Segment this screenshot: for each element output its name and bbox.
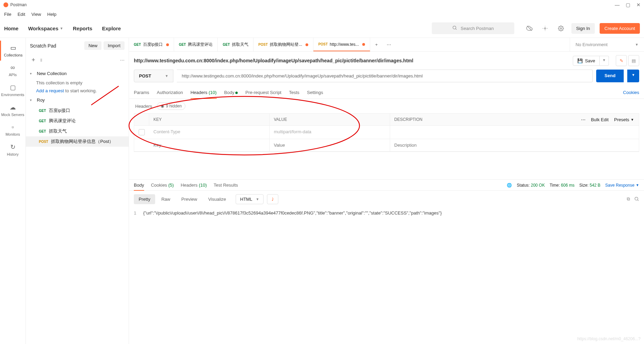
iconbar-history[interactable]: ↻History [0, 140, 25, 160]
comment-icon[interactable]: ▤ [628, 55, 639, 66]
response-body-text[interactable]: {"url":"\/public\/upload\/user\/8\/head_… [143, 210, 639, 216]
tab-tests[interactable]: Tests [289, 86, 299, 98]
resp-tab-tests[interactable]: Test Results [214, 183, 238, 188]
view-pretty[interactable]: Pretty [134, 194, 155, 204]
filter-input[interactable] [46, 56, 117, 64]
search-input[interactable]: Search Postman [432, 22, 514, 34]
tab-body[interactable]: Body [224, 86, 238, 98]
value-input[interactable] [270, 126, 390, 138]
chevron-down-icon: ▼ [636, 183, 639, 187]
tab[interactable]: POST抓取购物网站登... [254, 38, 313, 51]
nav-home[interactable]: Home [4, 25, 19, 31]
edit-icon[interactable]: ✎ [616, 55, 627, 66]
menu-view[interactable]: View [31, 12, 41, 17]
tab[interactable]: GET百度ip接口 [129, 38, 174, 51]
desc-input[interactable] [390, 126, 639, 138]
capture-icon[interactable] [540, 23, 551, 34]
tab[interactable]: POSThttp://www.tes... [313, 38, 370, 51]
menu-help[interactable]: Help [47, 12, 56, 17]
header-row-empty [134, 139, 639, 152]
nav-workspaces[interactable]: Workspaces ▼ [28, 25, 63, 31]
close-icon[interactable]: ✕ [636, 2, 641, 8]
cloud-sync-icon[interactable] [524, 23, 535, 34]
signin-button[interactable]: Sign In [571, 23, 595, 34]
tab[interactable]: GET腾讯课堂评论 [174, 38, 218, 51]
resp-tab-body[interactable]: Body [134, 183, 144, 188]
request-item[interactable]: GET百度ip接口 [26, 105, 129, 116]
request-item[interactable]: GET腾讯课堂评论 [26, 116, 129, 126]
cookies-link[interactable]: Cookies [623, 86, 639, 98]
send-button[interactable]: Send [596, 70, 624, 82]
svg-line-8 [637, 200, 638, 201]
header-row [134, 126, 639, 139]
url-input[interactable] [177, 70, 593, 82]
key-input[interactable] [149, 126, 269, 138]
environment-select[interactable]: No Environment▼ [570, 38, 644, 51]
resp-tab-headers[interactable]: Headers (10) [181, 183, 207, 188]
request-item[interactable]: POST抓取购物网站登录信息（Post） [26, 136, 129, 147]
iconbar-monitors[interactable]: ▫Monitors [0, 120, 25, 140]
view-raw[interactable]: Raw [157, 194, 175, 204]
desc-input[interactable] [390, 139, 639, 151]
hidden-headers-toggle[interactable]: ◉9 hidden [157, 102, 185, 110]
workspace-title: Scratch Pad [30, 43, 56, 49]
create-account-button[interactable]: Create Account [600, 23, 640, 34]
search-icon[interactable] [634, 196, 639, 202]
menu-file[interactable]: File [4, 12, 11, 17]
tab-params[interactable]: Params [134, 86, 149, 98]
row-checkbox[interactable] [139, 129, 145, 135]
tab-auth[interactable]: Authorization [157, 86, 183, 98]
save-response-dropdown[interactable]: Save Response ▼ [605, 183, 639, 188]
tab-prereq[interactable]: Pre-request Script [245, 86, 281, 98]
collection-empty-text: This collection is empty [26, 79, 129, 87]
nav-explore[interactable]: Explore [102, 25, 121, 31]
size-label: Size: 542 B [579, 183, 600, 188]
nav-reports[interactable]: Reports [73, 25, 93, 31]
server-icon: ☁ [10, 104, 16, 111]
collection-new[interactable]: ▾ New Collection [26, 68, 129, 79]
col-desc: DESCRIPTION [390, 114, 576, 125]
tab[interactable]: GET抓取天气 [218, 38, 254, 51]
filter-icon[interactable]: ⫴ [40, 58, 42, 63]
request-item[interactable]: GET抓取天气 [26, 126, 129, 136]
globe-icon[interactable]: 🌐 [507, 183, 512, 188]
resp-tab-cookies[interactable]: Cookies (5) [151, 183, 174, 188]
iconbar-environments[interactable]: ▢Environments [0, 80, 25, 100]
settings-icon[interactable] [556, 23, 567, 34]
iconbar-collections[interactable]: ▭Collections [0, 41, 25, 61]
presets-dropdown[interactable]: Presets ▼ [614, 117, 634, 122]
body-dot-icon [235, 92, 238, 94]
add-collection-button[interactable]: + [30, 57, 37, 64]
copy-icon[interactable]: ⧉ [627, 196, 630, 202]
iconbar-mock-servers[interactable]: ☁Mock Servers [0, 100, 25, 120]
format-select[interactable]: HTML▼ [236, 194, 264, 204]
send-dropdown[interactable]: ▼ [627, 70, 639, 82]
view-preview[interactable]: Preview [176, 194, 202, 204]
value-input[interactable] [270, 139, 390, 151]
api-icon: ∞ [11, 64, 15, 71]
wrap-lines-button[interactable]: ⤸ [267, 194, 278, 204]
save-dropdown[interactable]: ▼ [600, 56, 609, 66]
save-button[interactable]: 💾Save [573, 56, 600, 66]
add-request-link[interactable]: Add a request [36, 88, 64, 93]
collection-roy[interactable]: ▾ Roy [26, 95, 129, 105]
tab-headers[interactable]: Headers (10) [191, 86, 217, 98]
menu-edit[interactable]: Edit [18, 12, 25, 17]
bulk-edit-link[interactable]: Bulk Edit [591, 117, 609, 122]
maximize-icon[interactable]: ▢ [626, 2, 630, 8]
view-visualize[interactable]: Visualize [203, 194, 231, 204]
import-button[interactable]: Import [104, 41, 125, 50]
more-icon[interactable]: ⋯ [581, 117, 586, 122]
chevron-down-icon: ▼ [631, 118, 634, 122]
more-icon[interactable]: ⋯ [120, 58, 125, 63]
eye-icon: ◉ [161, 104, 164, 108]
tab-settings[interactable]: Settings [307, 86, 323, 98]
tab-more-button[interactable]: ⋯ [383, 42, 395, 47]
minimize-icon[interactable]: — [615, 2, 620, 8]
tab-add-button[interactable]: + [370, 42, 383, 47]
iconbar-apis[interactable]: ∞APIs [0, 61, 25, 80]
key-input[interactable] [149, 139, 269, 151]
new-button[interactable]: New [84, 41, 101, 50]
method-select[interactable]: POST▼ [134, 70, 173, 82]
headers-title: Headers [135, 104, 152, 109]
